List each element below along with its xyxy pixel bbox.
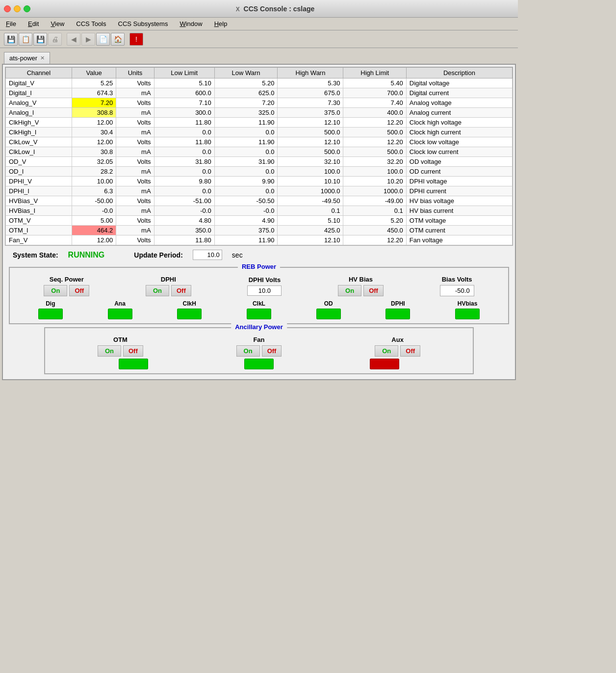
hv-bias-off-button[interactable]: Off	[363, 285, 384, 296]
indicator-dig-light	[38, 309, 63, 319]
table-row: Digital_I674.3mA600.0625.0675.0700.0Digi…	[6, 88, 513, 98]
dphi-volts-input[interactable]	[247, 285, 282, 296]
menu-ccs-subsystems[interactable]: CCS Subsystems	[116, 19, 170, 28]
anc-indicator-otm-light	[119, 359, 148, 369]
table-row: ClkHigh_I30.4mA0.00.0500.0500.0Clock hig…	[6, 128, 513, 137]
menu-help[interactable]: Help	[212, 19, 230, 28]
table-row: OTM_I464.2mA350.0375.0425.0450.0OTM curr…	[6, 226, 513, 235]
table-row: OD_I28.2mA0.00.0100.0100.0OD current	[6, 167, 513, 177]
hv-bias-on-button[interactable]: On	[338, 285, 361, 296]
table-scroll-area[interactable]: Channel Value Units Low Limit Low Warn H…	[5, 67, 513, 245]
reb-power-indicators-row: Dig Ana ClkH ClkL OD DPHI	[16, 300, 502, 319]
fan-on-button[interactable]: On	[236, 345, 260, 357]
close-button[interactable]	[4, 5, 11, 12]
indicator-dphi: DPHI	[385, 300, 410, 319]
col-header-high-warn: High Warn	[278, 68, 343, 78]
col-header-high-limit: High Limit	[343, 68, 406, 78]
fan-btn-row: On Off	[236, 345, 282, 357]
table-row: OTM_V5.00Volts4.804.905.105.20OTM voltag…	[6, 216, 513, 226]
table-row: Analog_V7.20Volts7.107.207.307.40Analog …	[6, 98, 513, 108]
table-row: DPHI_V10.00Volts9.809.9010.1010.20DPHI v…	[6, 177, 513, 186]
hv-bias-label: HV Bias	[349, 276, 373, 283]
menu-bar: File Edit View CCS Tools CCS Subsystems …	[0, 18, 518, 30]
table-row: OD_V32.05Volts31.8031.9032.1032.20OD vol…	[6, 157, 513, 167]
table-row: HVBias_V-50.00Volts-51.00-50.50-49.50-49…	[6, 196, 513, 206]
toolbar-save[interactable]: 💾	[4, 33, 18, 46]
tab-ats-power[interactable]: ats-power ✕	[4, 52, 50, 64]
indicator-od-label: OD	[324, 300, 333, 307]
update-period-label: Update Period:	[134, 251, 183, 259]
fan-label: Fan	[253, 336, 264, 343]
reb-power-title: REB Power	[238, 263, 280, 270]
anc-indicator-otm	[119, 359, 148, 369]
otm-btn-row: On Off	[98, 345, 143, 357]
dphi-on-button[interactable]: On	[146, 285, 169, 296]
indicator-ana-light	[108, 309, 132, 319]
indicator-ana: Ana	[108, 300, 132, 319]
seq-power-on-button[interactable]: On	[44, 285, 67, 296]
indicator-clkh: ClkH	[177, 300, 202, 319]
dphi-volts-label: DPHI Volts	[249, 276, 281, 284]
otm-label: OTM	[113, 336, 128, 343]
indicator-clkl: ClkL	[247, 300, 271, 319]
status-label: System State:	[13, 251, 58, 259]
minimize-button[interactable]	[14, 5, 21, 12]
toolbar-forward[interactable]: ▶	[81, 33, 95, 46]
menu-ccs-tools[interactable]: CCS Tools	[74, 19, 108, 28]
col-header-description: Description	[406, 68, 512, 78]
toolbar-print[interactable]: 🖨	[48, 33, 62, 46]
menu-edit[interactable]: Edit	[26, 19, 41, 28]
fan-group: Fan On Off	[236, 336, 282, 357]
dphi-off-button[interactable]: Off	[171, 285, 191, 296]
toolbar-alert[interactable]: !	[129, 33, 143, 46]
toolbar-back[interactable]: ◀	[67, 33, 80, 46]
toolbar: 💾 📋 💾 🖨 ◀ ▶ 📄 🏠 !	[0, 30, 518, 48]
table-row: Digital_V5.25Volts5.105.205.305.40Digita…	[6, 78, 513, 88]
otm-group: OTM On Off	[98, 336, 143, 357]
anc-indicator-fan	[244, 359, 274, 369]
aux-off-button[interactable]: Off	[400, 345, 420, 357]
indicator-hvbias-label: HVbias	[458, 300, 478, 307]
otm-on-button[interactable]: On	[98, 345, 121, 357]
toolbar-home[interactable]: 🏠	[111, 33, 125, 46]
hv-bias-btn-row: On Off	[338, 285, 384, 296]
maximize-button[interactable]	[24, 5, 30, 12]
menu-file[interactable]: File	[4, 19, 18, 28]
tab-bar: ats-power ✕	[0, 48, 518, 64]
toolbar-copy[interactable]: 📋	[19, 33, 32, 46]
dphi-btn-row: On Off	[146, 285, 191, 296]
data-table: Channel Value Units Low Limit Low Warn H…	[5, 67, 513, 245]
menu-window[interactable]: Window	[178, 19, 204, 28]
window-controls	[4, 5, 30, 12]
table-row: Fan_V12.00Volts11.8011.9012.1012.20Fan v…	[6, 235, 513, 245]
update-period-input[interactable]	[193, 250, 222, 260]
x-icon: X	[236, 6, 240, 13]
col-header-low-limit: Low Limit	[154, 68, 214, 78]
title-bar: X CCS Console : cslage	[0, 0, 518, 18]
window-title: X CCS Console : cslage	[36, 5, 514, 13]
bias-volts-group: Bias Volts -50.0	[440, 276, 474, 296]
toolbar-page[interactable]: 📄	[96, 33, 110, 46]
anc-indicator-fan-light	[244, 359, 274, 369]
menu-view[interactable]: View	[49, 19, 66, 28]
seq-power-group: Seq. Power On Off	[44, 276, 89, 296]
seq-power-off-button[interactable]: Off	[69, 285, 89, 296]
tab-close-icon[interactable]: ✕	[40, 55, 45, 61]
anc-indicator-aux-light	[370, 359, 399, 369]
status-row: System State: RUNNING Update Period: sec	[5, 246, 513, 264]
fan-off-button[interactable]: Off	[262, 345, 282, 357]
main-container: Channel Value Units Low Limit Low Warn H…	[2, 64, 516, 380]
indicator-clkh-label: ClkH	[183, 300, 196, 307]
table-row: ClkHigh_V12.00Volts11.8011.9012.1012.20C…	[6, 118, 513, 128]
indicator-clkh-light	[177, 309, 202, 319]
otm-off-button[interactable]: Off	[123, 345, 143, 357]
indicator-clkl-label: ClkL	[253, 300, 265, 307]
anc-indicator-aux	[370, 359, 399, 369]
indicator-od-light	[316, 309, 341, 319]
indicator-hvbias-light	[455, 309, 480, 319]
reb-power-controls-row: Seq. Power On Off DPHI On Off DPHI Volts	[16, 276, 502, 296]
toolbar-save2[interactable]: 💾	[33, 33, 47, 46]
aux-on-button[interactable]: On	[375, 345, 398, 357]
table-row: ClkLow_V12.00Volts11.8011.9012.1012.20Cl…	[6, 137, 513, 147]
indicator-ana-label: Ana	[114, 300, 126, 307]
